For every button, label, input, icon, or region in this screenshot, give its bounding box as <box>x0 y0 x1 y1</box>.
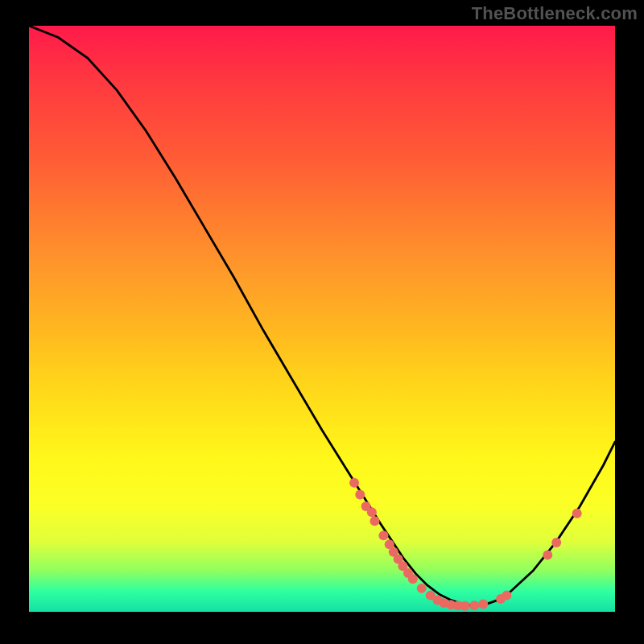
chart-frame: TheBottleneck.com <box>0 0 644 644</box>
curve-markers <box>349 478 582 611</box>
curve-marker <box>355 489 365 499</box>
bottleneck-curve <box>29 26 615 606</box>
curve-marker <box>367 507 377 517</box>
curve-marker <box>349 478 359 488</box>
curve-marker <box>370 516 380 526</box>
curve-marker <box>572 509 582 518</box>
curve-marker <box>378 530 388 540</box>
plot-area <box>29 26 615 612</box>
curve-marker <box>551 538 561 547</box>
curve-marker <box>543 550 552 559</box>
watermark-text: TheBottleneck.com <box>472 3 638 24</box>
curve-marker <box>408 574 418 584</box>
curve-marker <box>460 601 470 611</box>
curve-marker <box>502 591 511 601</box>
curve-marker <box>478 600 488 609</box>
curve-marker <box>469 601 479 610</box>
curve-marker <box>417 584 427 593</box>
curve-layer <box>29 26 615 612</box>
